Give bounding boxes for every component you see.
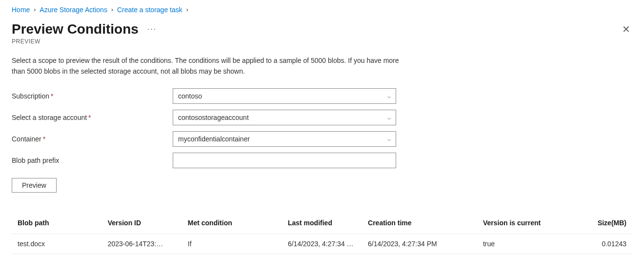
label-storage-account: Select a storage account* (12, 114, 173, 121)
cell-size-mb: 0.01243 (577, 234, 632, 254)
label-subscription: Subscription* (12, 92, 173, 100)
th-met-condition[interactable]: Met condition (182, 214, 282, 234)
input-blob-prefix[interactable] (173, 153, 396, 168)
field-blob-prefix: Blob path prefix (12, 153, 632, 168)
label-container-text: Container (12, 135, 41, 143)
page-header: Preview Conditions ··· ✕ (12, 21, 632, 37)
dropdown-storage-account[interactable]: contosostorageaccount ⌵ (173, 110, 396, 125)
label-storage-account-text: Select a storage account (12, 114, 87, 121)
dropdown-storage-account-value: contosostorageaccount (178, 114, 249, 121)
label-blob-prefix: Blob path prefix (12, 157, 173, 164)
cell-version-current: true (477, 234, 577, 254)
th-size-mb[interactable]: Size(MB) (577, 214, 632, 234)
chevron-right-icon: › (111, 6, 113, 13)
cell-blob-path: test.docx (12, 234, 102, 254)
chevron-right-icon: › (34, 6, 36, 13)
breadcrumb-link-storage-actions[interactable]: Azure Storage Actions (40, 6, 107, 14)
required-indicator: * (88, 114, 91, 121)
cell-met-condition: If (182, 234, 282, 254)
chevron-down-icon: ⌵ (387, 93, 391, 99)
page-title: Preview Conditions (12, 21, 139, 37)
label-blob-prefix-text: Blob path prefix (12, 157, 59, 164)
th-blob-path[interactable]: Blob path (12, 214, 102, 234)
dropdown-container[interactable]: myconfidentialcontainer ⌵ (173, 131, 396, 147)
preview-button[interactable]: Preview (12, 178, 57, 193)
table-row[interactable]: test.docx 2023-06-14T23:… If 6/14/2023, … (12, 234, 632, 254)
field-subscription: Subscription* contoso ⌵ (12, 88, 632, 104)
breadcrumb-link-create-task[interactable]: Create a storage task (117, 6, 182, 14)
description-text: Select a scope to preview the result of … (12, 56, 402, 77)
cell-creation-time: 6/14/2023, 4:27:34 PM (362, 234, 477, 254)
chevron-right-icon: › (186, 6, 188, 13)
dropdown-subscription-value: contoso (178, 92, 202, 100)
title-area: Preview Conditions ··· (12, 21, 157, 37)
dropdown-subscription[interactable]: contoso ⌵ (173, 88, 396, 104)
field-storage-account: Select a storage account* contosostorage… (12, 110, 632, 125)
results-table: Blob path Version ID Met condition Last … (12, 214, 632, 254)
required-indicator: * (43, 135, 45, 143)
chevron-down-icon: ⌵ (387, 114, 391, 121)
th-creation-time[interactable]: Creation time (362, 214, 477, 234)
cell-last-modified: 6/14/2023, 4:27:34 … (282, 234, 362, 254)
close-button[interactable]: ✕ (620, 22, 632, 36)
more-icon[interactable]: ··· (147, 25, 157, 34)
cell-version-id: 2023-06-14T23:… (102, 234, 182, 254)
breadcrumb-link-home[interactable]: Home (12, 6, 30, 14)
close-icon: ✕ (622, 24, 630, 35)
page-subtitle: PREVIEW (12, 38, 632, 45)
th-last-modified[interactable]: Last modified (282, 214, 362, 234)
label-subscription-text: Subscription (12, 92, 49, 100)
field-container: Container* myconfidentialcontainer ⌵ (12, 131, 632, 147)
dropdown-container-value: myconfidentialcontainer (178, 135, 250, 143)
th-version-current[interactable]: Version is current (477, 214, 577, 234)
label-container: Container* (12, 135, 173, 143)
breadcrumb: Home › Azure Storage Actions › Create a … (12, 6, 632, 14)
chevron-down-icon: ⌵ (387, 136, 391, 142)
table-header-row: Blob path Version ID Met condition Last … (12, 214, 632, 234)
th-version-id[interactable]: Version ID (102, 214, 182, 234)
required-indicator: * (51, 92, 53, 100)
